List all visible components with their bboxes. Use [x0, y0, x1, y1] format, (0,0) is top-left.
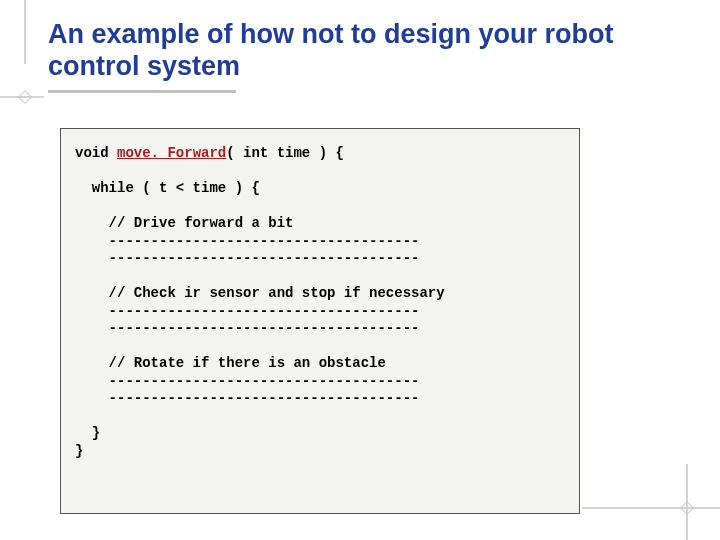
code-function-name: move. Forward: [117, 145, 226, 161]
code-close-brace-inner: }: [75, 425, 100, 441]
decoration-line: [24, 0, 26, 64]
code-keyword-void: void: [75, 145, 117, 161]
code-placeholder-dashes: -------------------------------------: [75, 233, 419, 249]
slide: An example of how not to design your rob…: [0, 0, 720, 540]
code-placeholder-dashes: -------------------------------------: [75, 303, 419, 319]
code-comment-check: // Check ir sensor and stop if necessary: [75, 285, 445, 301]
code-comment-rotate: // Rotate if there is an obstacle: [75, 355, 386, 371]
title-underline: [48, 90, 236, 93]
code-placeholder-dashes: -------------------------------------: [75, 373, 419, 389]
decoration-ornament: [680, 501, 694, 515]
code-block: void move. Forward( int time ) { while (…: [60, 128, 580, 514]
decoration-line: [582, 507, 720, 509]
code-while-line: while ( t < time ) {: [75, 180, 260, 196]
code-placeholder-dashes: -------------------------------------: [75, 250, 419, 266]
slide-title: An example of how not to design your rob…: [48, 18, 668, 83]
decoration-ornament: [18, 90, 32, 104]
code-close-brace-outer: }: [75, 443, 83, 459]
code-signature-params: ( int time ) {: [226, 145, 344, 161]
code-placeholder-dashes: -------------------------------------: [75, 390, 419, 406]
code-placeholder-dashes: -------------------------------------: [75, 320, 419, 336]
code-comment-drive: // Drive forward a bit: [75, 215, 293, 231]
